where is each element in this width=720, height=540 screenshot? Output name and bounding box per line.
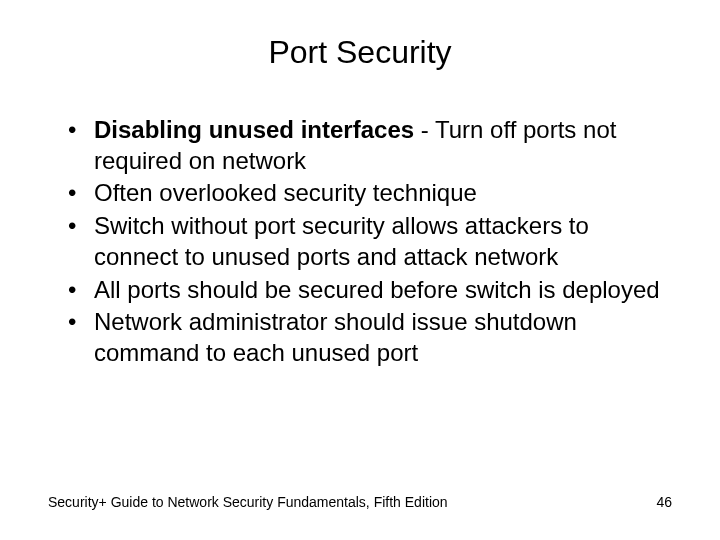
footer: Security+ Guide to Network Security Fund… [48,494,672,510]
bullet-list: Disabling unused interfaces - Turn off p… [64,115,672,369]
footer-source: Security+ Guide to Network Security Fund… [48,494,448,510]
list-item: All ports should be secured before switc… [64,275,672,306]
bullet-text: Often overlooked security technique [94,179,477,206]
bullet-text: Switch without port security allows atta… [94,212,589,270]
slide-title: Port Security [48,34,672,71]
bullet-text: All ports should be secured before switc… [94,276,660,303]
content-area: Disabling unused interfaces - Turn off p… [48,115,672,369]
list-item: Switch without port security allows atta… [64,211,672,272]
slide: Port Security Disabling unused interface… [0,0,720,540]
bullet-bold: Disabling unused interfaces [94,116,414,143]
list-item: Disabling unused interfaces - Turn off p… [64,115,672,176]
list-item: Network administrator should issue shutd… [64,307,672,368]
list-item: Often overlooked security technique [64,178,672,209]
bullet-text: Network administrator should issue shutd… [94,308,577,366]
page-number: 46 [656,494,672,510]
